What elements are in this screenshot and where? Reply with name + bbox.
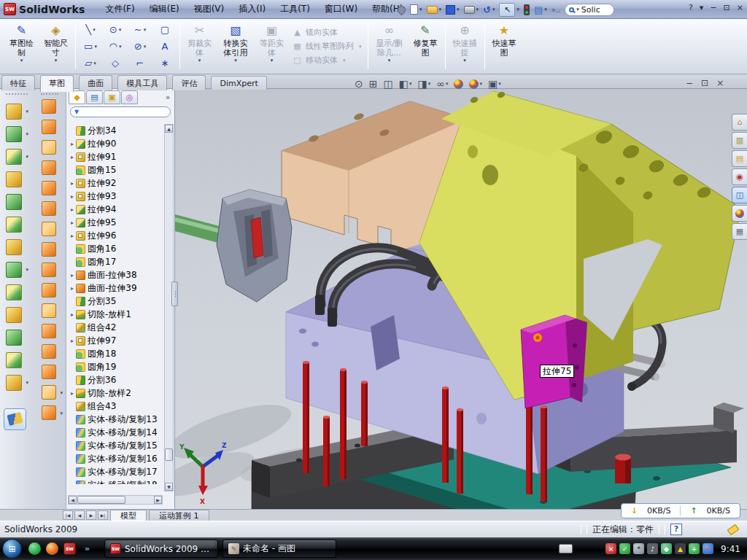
- tree-expander-icon[interactable]: [69, 390, 76, 397]
- move-copy-bodies-icon[interactable]: [6, 352, 22, 368]
- dropdown-icon[interactable]: ▾: [492, 7, 495, 12]
- swept-surface-icon[interactable]: [42, 120, 56, 134]
- protect-shield-icon[interactable]: ✓: [619, 543, 630, 554]
- scrollbar-thumb[interactable]: [77, 496, 125, 504]
- quick-snaps-button[interactable]: ⊕ 快速捕 捉 ▾: [448, 20, 482, 72]
- file-explorer-icon[interactable]: ▤: [732, 150, 747, 167]
- toolbox-icon[interactable]: ◉: [732, 168, 747, 185]
- feature-tree-item[interactable]: 实体-移动/复制16: [69, 452, 168, 465]
- hide-show-items-icon[interactable]: ∞: [436, 79, 448, 90]
- scroll-down-icon[interactable]: ▼: [165, 483, 173, 491]
- tab-scroll-next-button[interactable]: ▶: [86, 510, 96, 520]
- toolbar-drag-handle[interactable]: [6, 93, 28, 95]
- scroll-left-icon[interactable]: ◀: [69, 496, 77, 504]
- dropdown-icon[interactable]: ▾: [439, 7, 442, 12]
- tree-expander-icon[interactable]: [69, 206, 76, 213]
- fillet-feature-icon[interactable]: [6, 149, 22, 165]
- feature-tree-item[interactable]: 实体-移动/复制13: [69, 413, 168, 426]
- zoom-fit-icon[interactable]: ⊙: [355, 79, 363, 90]
- feature-tree-item[interactable]: 分割35: [69, 295, 168, 308]
- taskbar-window-solidworks[interactable]: SW SolidWorks 2009 - ...: [104, 540, 218, 558]
- repair-sketch-button[interactable]: ✎ 修复草 图: [409, 20, 443, 72]
- feature-tree-item[interactable]: 拉伸97: [69, 334, 168, 347]
- ruled-surface-icon[interactable]: [42, 242, 56, 257]
- zoom-area-icon[interactable]: ⊞: [369, 79, 378, 90]
- graphics-viewport[interactable]: Y Z X 拉伸75: [175, 89, 747, 509]
- messenger-icon[interactable]: [28, 542, 41, 555]
- appearances-scenes-icon[interactable]: ●: [732, 205, 747, 222]
- tab-sketch[interactable]: 草图: [40, 75, 74, 92]
- tree-expander-icon[interactable]: [69, 141, 76, 147]
- tree-vertical-scrollbar[interactable]: ▲ ▼: [164, 124, 174, 491]
- ellipse-icon[interactable]: ⊘: [128, 38, 152, 55]
- swept-boss-icon[interactable]: [6, 171, 22, 187]
- spline-icon[interactable]: ~: [128, 21, 152, 38]
- dropdown-icon[interactable]: ▾: [476, 7, 479, 12]
- help-dropdown-icon[interactable]: ▾: [700, 3, 704, 13]
- apply-scene-icon[interactable]: ◐: [469, 79, 482, 89]
- dropdown-icon[interactable]: ▾: [20, 58, 23, 64]
- move-entities-button[interactable]: □ 移动实体 ▾: [293, 55, 362, 66]
- search-input[interactable]: ▾ Solic: [565, 4, 614, 16]
- view-settings-icon[interactable]: ▣: [488, 79, 501, 90]
- trim-entities-button[interactable]: ✂ 剪裁实 体 ▾: [182, 20, 217, 72]
- filled-surface-icon[interactable]: [42, 181, 56, 195]
- freeform-icon[interactable]: [42, 405, 56, 420]
- feature-tree-item[interactable]: 实体-移动/复制15: [69, 439, 168, 452]
- custom-properties-icon[interactable]: ▦: [732, 223, 747, 240]
- line-icon[interactable]: ╲: [78, 21, 103, 38]
- reference-geometry-icon[interactable]: [6, 375, 22, 391]
- health-shield-icon[interactable]: +: [689, 543, 700, 554]
- close-button[interactable]: ×: [737, 3, 743, 13]
- feature-tree-item[interactable]: 拉伸90: [69, 137, 168, 150]
- replace-face-icon[interactable]: [42, 283, 56, 298]
- options-button[interactable]: ▤▾: [534, 5, 547, 15]
- solidworks-resources-icon[interactable]: ⌂: [732, 114, 747, 131]
- tree-filter-input[interactable]: ▼: [70, 106, 171, 117]
- measure-tool-button-pressed[interactable]: [4, 408, 26, 430]
- quick-launch-chevron-icon[interactable]: »: [81, 542, 93, 555]
- feature-tree-item[interactable]: 拉伸95: [69, 216, 168, 229]
- menu-file[interactable]: 文件(F): [98, 0, 142, 18]
- featuremanager-tab[interactable]: ◆: [69, 90, 85, 104]
- volume-icon[interactable]: ♪: [647, 543, 658, 554]
- scroll-right-icon[interactable]: ▶: [154, 496, 162, 504]
- doc-close-button[interactable]: ×: [716, 78, 724, 88]
- feature-tree-item[interactable]: 拉伸93: [69, 190, 168, 203]
- toolbar-drag-handle[interactable]: [41, 93, 58, 95]
- taskbar-clock[interactable]: 9:41: [721, 544, 740, 554]
- feature-tree-item[interactable]: 圆角16: [69, 242, 168, 255]
- tab-motion-study[interactable]: 运动算例 1: [149, 510, 209, 521]
- tree-expander-icon[interactable]: [69, 272, 76, 279]
- display-delete-relations-button[interactable]: ∞ 显示/删 除几... ▾: [371, 20, 409, 72]
- menu-tools[interactable]: 工具(T): [273, 0, 317, 18]
- taskbar-window-paint[interactable]: ✎ 未命名 - 画图: [222, 540, 336, 558]
- dropdown-icon[interactable]: ▾: [234, 58, 237, 64]
- tree-expander-icon[interactable]: [69, 233, 76, 239]
- doc-restore-button[interactable]: ⊡: [701, 78, 708, 88]
- trim-surface-icon[interactable]: [42, 324, 56, 338]
- planar-surface-icon[interactable]: [42, 201, 56, 216]
- menu-view[interactable]: 视图(V): [187, 0, 232, 18]
- tab-model[interactable]: 模型: [110, 510, 147, 521]
- tree-expander-icon[interactable]: [69, 311, 76, 318]
- search-dropdown-icon[interactable]: ▾: [576, 7, 579, 12]
- status-help-icon[interactable]: ?: [670, 524, 682, 535]
- tab-scroll-last-button[interactable]: ▶|: [98, 510, 108, 520]
- tab-evaluate[interactable]: 评估: [172, 75, 206, 90]
- split-feature-icon[interactable]: [6, 307, 22, 323]
- feature-pattern-icon[interactable]: [6, 262, 22, 278]
- new-file-button[interactable]: ▾: [410, 4, 422, 15]
- feature-tree-item[interactable]: 实体-移动/复制14: [69, 426, 168, 439]
- boundary-surface-icon[interactable]: [42, 160, 56, 175]
- lofted-surface-icon[interactable]: [42, 140, 56, 155]
- slot-icon[interactable]: ▱: [78, 55, 103, 71]
- rebuild-icon[interactable]: [524, 4, 530, 15]
- scroll-up-icon[interactable]: ▲: [165, 125, 173, 133]
- dropdown-icon[interactable]: ▾: [55, 58, 58, 64]
- arc-icon[interactable]: ◠: [103, 38, 128, 55]
- rib-icon[interactable]: [6, 284, 22, 300]
- menu-edit[interactable]: 编辑(E): [142, 0, 187, 18]
- panel-splitter-handle[interactable]: [171, 281, 178, 306]
- point-icon[interactable]: ∗: [152, 55, 177, 71]
